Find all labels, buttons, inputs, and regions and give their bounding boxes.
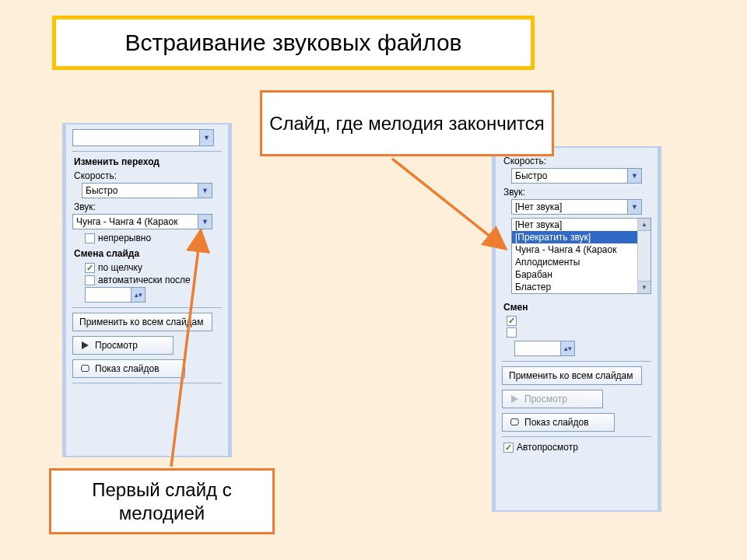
slideshow-label: Показ слайдов bbox=[95, 363, 160, 374]
sound-option-list[interactable]: [Нет звука] [Прекратить звук] Чунга - Ча… bbox=[511, 218, 651, 294]
chevron-down-icon: ▼ bbox=[627, 169, 641, 183]
loop-checkbox[interactable] bbox=[85, 233, 95, 243]
list-item[interactable]: [Нет звука] bbox=[512, 219, 651, 231]
chevron-down-icon: ▼ bbox=[199, 130, 213, 145]
play-icon bbox=[79, 340, 90, 351]
apply-all-label-r: Применить ко всем слайдам bbox=[509, 370, 633, 381]
list-item[interactable]: Чунга - Чанга 4 (Караок bbox=[512, 243, 651, 256]
sound-value-r: [Нет звука] bbox=[512, 201, 627, 212]
slideshow-button[interactable]: 🖵 Показ слайдов bbox=[72, 359, 185, 378]
speed-label: Скорость: bbox=[74, 170, 222, 181]
sound-value: Чунга - Чанга 4 (Караок bbox=[73, 216, 198, 227]
on-click-checkbox-r[interactable]: ✓ bbox=[507, 316, 517, 326]
chevron-down-icon: ▼ bbox=[627, 200, 641, 214]
spinner-icon: ▴▾ bbox=[560, 341, 574, 355]
on-click-checkbox[interactable]: ✓ bbox=[85, 263, 95, 273]
callout-first-slide: Первый слайд с мелодией bbox=[49, 468, 275, 534]
speed-value: Быстро bbox=[82, 185, 198, 196]
scroll-up-icon[interactable]: ▲ bbox=[638, 219, 651, 231]
list-item[interactable]: Бластер bbox=[512, 281, 651, 293]
callout-first-slide-text: Первый слайд с мелодией bbox=[51, 478, 272, 525]
callout-end-slide-text: Слайд, где мелодия закончится bbox=[269, 112, 545, 135]
chevron-down-icon: ▼ bbox=[198, 184, 212, 198]
svg-line-1 bbox=[392, 159, 506, 249]
apply-all-button[interactable]: Применить ко всем слайдам bbox=[72, 313, 212, 331]
slide-title: Встраивание звуковых файлов bbox=[52, 16, 535, 70]
auto-after-checkbox[interactable] bbox=[85, 275, 95, 285]
autopreview-checkbox[interactable]: ✓ bbox=[503, 443, 514, 453]
scroll-down-icon[interactable]: ▼ bbox=[638, 281, 651, 293]
on-click-label: по щелчку bbox=[98, 262, 142, 273]
play-icon bbox=[509, 394, 520, 404]
loop-label: непрерывно bbox=[98, 233, 151, 243]
section-advance: Смена слайда bbox=[74, 248, 222, 259]
list-item[interactable]: Аплодисменты bbox=[512, 256, 651, 268]
chevron-down-icon: ▼ bbox=[198, 215, 212, 229]
transition-panel-left: ▼ Изменить переход Скорость: Быстро ▼ Зв… bbox=[62, 123, 232, 457]
sound-dropdown[interactable]: Чунга - Чанга 4 (Караок ▼ bbox=[72, 214, 212, 229]
preview-label: Просмотр bbox=[95, 340, 138, 351]
auto-after-time[interactable]: ▴▾ bbox=[85, 287, 146, 303]
sound-label: Звук: bbox=[74, 201, 222, 212]
slideshow-button-r[interactable]: 🖵 Показ слайдов bbox=[502, 413, 615, 432]
list-item[interactable]: Барабан bbox=[512, 268, 651, 281]
slide-title-text: Встраивание звуковых файлов bbox=[124, 30, 461, 56]
auto-after-time-r[interactable]: ▴▾ bbox=[514, 341, 575, 356]
monitor-icon: 🖵 bbox=[509, 417, 520, 428]
section-transition: Изменить переход bbox=[74, 156, 222, 167]
speed-value-r: Быстро bbox=[512, 170, 627, 181]
scrollbar[interactable]: ▲ ▼ bbox=[637, 219, 651, 293]
sound-label-r: Звук: bbox=[503, 187, 651, 198]
preview-label-r: Просмотр bbox=[524, 394, 567, 404]
sound-dropdown-r[interactable]: [Нет звука] ▼ bbox=[511, 199, 642, 215]
monitor-icon: 🖵 bbox=[79, 363, 90, 374]
section-advance-r: Смен bbox=[503, 302, 524, 313]
preview-button[interactable]: Просмотр bbox=[72, 336, 174, 355]
slideshow-label-r: Показ слайдов bbox=[524, 417, 589, 428]
preview-button-r[interactable]: Просмотр bbox=[502, 390, 603, 408]
apply-all-button-r[interactable]: Применить ко всем слайдам bbox=[502, 366, 642, 385]
speed-dropdown[interactable]: Быстро ▼ bbox=[82, 183, 212, 198]
transition-panel-right: Скорость: Быстро ▼ Звук: [Нет звука] ▼ [… bbox=[492, 146, 661, 512]
autopreview-label: Автопросмотр bbox=[517, 442, 578, 453]
speed-label-r: Скорость: bbox=[503, 156, 651, 166]
spinner-icon: ▴▾ bbox=[131, 288, 145, 302]
list-item[interactable]: [Прекратить звук] bbox=[512, 231, 651, 243]
auto-after-label: автоматически после bbox=[98, 275, 191, 285]
auto-after-checkbox-r[interactable] bbox=[507, 327, 517, 338]
speed-dropdown-r[interactable]: Быстро ▼ bbox=[511, 168, 642, 184]
top-dropdown[interactable]: ▼ bbox=[72, 129, 214, 146]
callout-end-slide: Слайд, где мелодия закончится bbox=[260, 90, 554, 156]
apply-all-label: Применить ко всем слайдам bbox=[79, 317, 204, 327]
